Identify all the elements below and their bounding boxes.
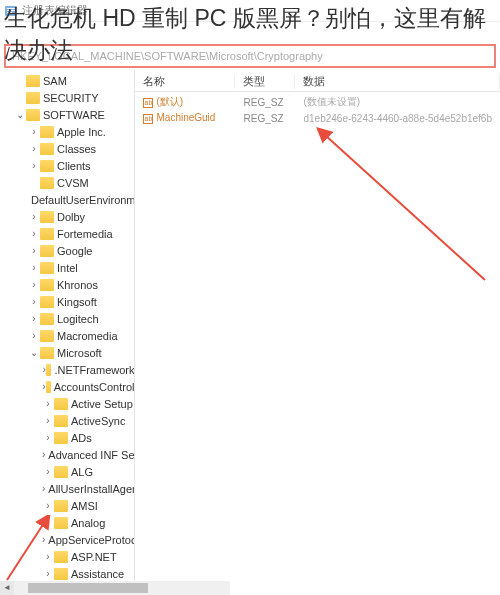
folder-icon xyxy=(40,262,54,274)
tree-item-label: SOFTWARE xyxy=(43,109,105,121)
tree-item[interactable]: ›AllUserInstallAgent xyxy=(0,480,134,497)
tree-item[interactable]: ›Logitech xyxy=(0,310,134,327)
expand-icon[interactable]: › xyxy=(28,228,40,239)
folder-icon xyxy=(40,279,54,291)
tree-item[interactable]: CVSM xyxy=(0,174,134,191)
expand-icon[interactable]: › xyxy=(42,432,54,443)
tree-item-label: ASP.NET xyxy=(71,551,117,563)
tree-item-label: Clients xyxy=(57,160,91,172)
regedit-window: 注册表编辑器 HKEY_LOCAL_MACHINE\SOFTWARE\Micro… xyxy=(0,0,500,595)
folder-icon xyxy=(40,177,54,189)
tree-item[interactable]: SECURITY xyxy=(0,89,134,106)
tree-item[interactable]: ›AMSI xyxy=(0,497,134,514)
annotation-arrow-top xyxy=(310,125,490,285)
tree-item[interactable]: ›Advanced INF Setup xyxy=(0,446,134,463)
expand-icon[interactable]: › xyxy=(28,126,40,137)
tree-horizontal-scrollbar[interactable]: ◄ xyxy=(0,581,230,595)
expand-icon[interactable]: › xyxy=(28,330,40,341)
scroll-left-button[interactable]: ◄ xyxy=(0,581,14,595)
folder-icon xyxy=(40,143,54,155)
tree-item[interactable]: ›Khronos xyxy=(0,276,134,293)
tree-item[interactable]: ›Clients xyxy=(0,157,134,174)
expand-icon[interactable]: › xyxy=(42,568,54,579)
folder-icon xyxy=(26,92,40,104)
values-panel: 名称 类型 数据 ab(默认)REG_SZ(数值未设置)abMachineGui… xyxy=(135,70,500,595)
tree-item[interactable]: ⌄Microsoft xyxy=(0,344,134,361)
tree-item[interactable]: ›Macromedia xyxy=(0,327,134,344)
expand-icon[interactable]: › xyxy=(42,483,45,494)
tree-item[interactable]: ›Google xyxy=(0,242,134,259)
tree-item[interactable]: ›Kingsoft xyxy=(0,293,134,310)
tree-item[interactable]: ›ASP.NET xyxy=(0,548,134,565)
value-name: ab(默认) xyxy=(135,95,235,109)
expand-icon[interactable]: › xyxy=(28,279,40,290)
collapse-icon[interactable]: ⌄ xyxy=(28,347,40,358)
value-data: d1eb246e-6243-4460-a88e-5d4e52b1ef6b xyxy=(295,113,500,124)
col-type[interactable]: 类型 xyxy=(235,74,295,89)
tree-item-label: CVSM xyxy=(57,177,89,189)
folder-icon xyxy=(54,432,68,444)
expand-icon[interactable]: › xyxy=(28,143,40,154)
tree-item[interactable]: ›ActiveSync xyxy=(0,412,134,429)
expand-icon[interactable]: › xyxy=(42,449,45,460)
tree-item-label: Khronos xyxy=(57,279,98,291)
tree-item[interactable]: ›Dolby xyxy=(0,208,134,225)
expand-icon[interactable]: › xyxy=(28,296,40,307)
tree-item-label: Advanced INF Setup xyxy=(48,449,135,461)
expand-icon[interactable]: › xyxy=(28,245,40,256)
tree-item[interactable]: ›ALG xyxy=(0,463,134,480)
value-rows: ab(默认)REG_SZ(数值未设置)abMachineGuidREG_SZd1… xyxy=(135,92,500,128)
expand-icon[interactable]: › xyxy=(42,534,45,545)
folder-icon xyxy=(54,551,68,563)
folder-icon xyxy=(40,313,54,325)
col-name[interactable]: 名称 xyxy=(135,74,235,89)
collapse-icon[interactable]: ⌄ xyxy=(14,109,26,120)
tree-item-label: SAM xyxy=(43,75,67,87)
value-data: (数值未设置) xyxy=(295,95,500,109)
expand-icon[interactable]: › xyxy=(42,466,54,477)
expand-icon[interactable]: › xyxy=(42,500,54,511)
tree-item[interactable]: ›AppServiceProtocols xyxy=(0,531,134,548)
string-icon: ab xyxy=(143,98,153,108)
folder-icon xyxy=(46,364,51,376)
expand-icon[interactable]: › xyxy=(28,262,40,273)
expand-icon[interactable]: › xyxy=(42,398,54,409)
value-name: abMachineGuid xyxy=(135,112,235,124)
tree-item[interactable]: ›ADs xyxy=(0,429,134,446)
folder-icon xyxy=(54,466,68,478)
expand-icon[interactable]: › xyxy=(28,313,40,324)
tree-item[interactable]: ›Fortemedia xyxy=(0,225,134,242)
tree-item[interactable]: ›Intel xyxy=(0,259,134,276)
tree-item[interactable]: ›Analog xyxy=(0,514,134,531)
expand-icon[interactable]: › xyxy=(42,551,54,562)
folder-icon xyxy=(40,330,54,342)
tree-item-label: ALG xyxy=(71,466,93,478)
tree-item[interactable]: ›.NETFramework xyxy=(0,361,134,378)
tree-item[interactable]: ›Assistance xyxy=(0,565,134,582)
folder-icon xyxy=(40,245,54,257)
value-row[interactable]: ab(默认)REG_SZ(数值未设置) xyxy=(135,94,500,110)
folder-icon xyxy=(40,211,54,223)
scroll-thumb[interactable] xyxy=(28,583,148,593)
tree-item[interactable]: ›Apple Inc. xyxy=(0,123,134,140)
value-row[interactable]: abMachineGuidREG_SZd1eb246e-6243-4460-a8… xyxy=(135,110,500,126)
tree-item-label: Assistance xyxy=(71,568,124,580)
tree-item-label: Analog xyxy=(71,517,105,529)
tree-item[interactable]: ›Active Setup xyxy=(0,395,134,412)
tree-item[interactable]: ›AccountsControl xyxy=(0,378,134,395)
tree-item-label: Kingsoft xyxy=(57,296,97,308)
expand-icon[interactable]: › xyxy=(42,415,54,426)
tree-item-label: Microsoft xyxy=(57,347,102,359)
value-type: REG_SZ xyxy=(235,113,295,124)
tree-item[interactable]: ›Classes xyxy=(0,140,134,157)
expand-icon[interactable]: › xyxy=(28,160,40,171)
expand-icon[interactable]: › xyxy=(28,211,40,222)
tree-item[interactable]: DefaultUserEnvironment xyxy=(0,191,134,208)
expand-icon[interactable]: › xyxy=(42,517,54,528)
tree-panel[interactable]: SAMSECURITY⌄SOFTWARE›Apple Inc.›Classes›… xyxy=(0,70,135,595)
col-data[interactable]: 数据 xyxy=(295,74,500,89)
tree-item[interactable]: SAM xyxy=(0,72,134,89)
tree-item[interactable]: ⌄SOFTWARE xyxy=(0,106,134,123)
tree-item-label: Dolby xyxy=(57,211,85,223)
column-headers: 名称 类型 数据 xyxy=(135,72,500,92)
